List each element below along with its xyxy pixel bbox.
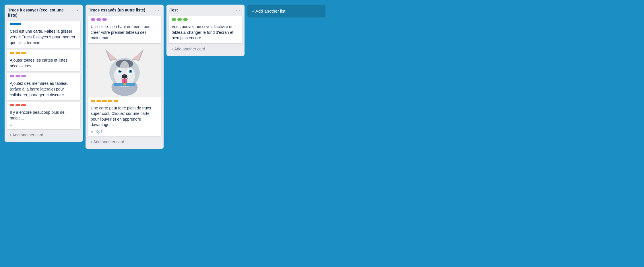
card-label: [21, 75, 26, 77]
svg-point-12: [119, 70, 121, 72]
description-icon: ≡: [91, 129, 93, 134]
add-list-button[interactable]: + Add another list: [251, 7, 322, 15]
list-list1: Trucs à essayer (ceci est une liste)···C…: [5, 5, 83, 142]
card-label: [21, 52, 26, 54]
card-footer: ≡📎1: [91, 129, 158, 134]
card-label: [114, 100, 118, 102]
card-label: [183, 18, 188, 21]
card-label: [21, 104, 26, 106]
svg-point-17: [123, 75, 125, 76]
card-text: Ceci est une carte. Faites la glisser ve…: [10, 29, 77, 46]
svg-point-14: [120, 70, 121, 71]
card[interactable]: Vous pouvez aussi voir l'activité du tab…: [169, 16, 242, 43]
attachment-count: 📎1: [95, 129, 103, 134]
card-label: [102, 18, 107, 21]
list-title: Test: [170, 7, 235, 13]
card-labels: [91, 18, 158, 22]
card-text: Utilisez le + en haut du menu pour créer…: [91, 24, 158, 41]
list-header: Test···: [169, 7, 242, 14]
card-text: Une carte peut faire plein de trucs supe…: [91, 105, 158, 128]
list-list2: Trucs essayés (un autre liste)···Utilise…: [86, 5, 164, 149]
card-label: [96, 100, 101, 102]
card[interactable]: Utilisez le + en haut du menu pour créer…: [88, 16, 161, 43]
card-footer: ≡: [10, 123, 77, 127]
card-label: [10, 104, 14, 106]
card-image: [88, 45, 161, 97]
attachment-number: 1: [101, 130, 103, 134]
list-header: Trucs essayés (un autre liste)···: [88, 7, 161, 14]
card-text: Il y a encore beaucoup plus de magie...: [10, 110, 77, 121]
card-label: [15, 75, 20, 77]
description-icon: ≡: [10, 123, 12, 127]
add-list-column[interactable]: + Add another list: [247, 5, 325, 17]
card-labels: [10, 75, 77, 79]
list-title: Trucs essayés (un autre liste): [89, 7, 154, 13]
add-card-button[interactable]: + Add another card: [169, 45, 242, 53]
svg-point-23: [120, 61, 129, 73]
card-label: [10, 23, 21, 25]
svg-point-16: [122, 74, 127, 78]
card-label: [91, 18, 95, 21]
card-labels: [10, 23, 77, 27]
add-card-button[interactable]: + Add another card: [7, 131, 80, 139]
card-label: [177, 18, 182, 21]
card-label: [108, 100, 112, 102]
board: Trucs à essayer (ceci est une liste)···C…: [2, 2, 642, 151]
list-title: Trucs à essayer (ceci est une liste): [8, 7, 73, 18]
list-menu-button[interactable]: ···: [235, 7, 241, 13]
card-labels: [91, 100, 158, 104]
card-labels: [10, 104, 77, 108]
svg-point-13: [130, 70, 131, 72]
card-label: [10, 52, 14, 54]
card[interactable]: Ajouter toutes les cartes et listes néce…: [7, 50, 80, 71]
card[interactable]: Ceci est une carte. Faites la glisser ve…: [7, 21, 80, 48]
card-label: [15, 104, 20, 106]
card-text: Vous pouvez aussi voir l'activité du tab…: [172, 24, 239, 41]
add-card-button[interactable]: + Add another card: [88, 138, 161, 146]
card[interactable]: Il y a encore beaucoup plus de magie...≡: [7, 102, 80, 129]
list-menu-button[interactable]: ···: [73, 7, 79, 13]
card-label: [10, 75, 14, 77]
card-text: Ajouter toutes les cartes et listes néce…: [10, 58, 77, 69]
svg-point-15: [131, 70, 131, 71]
attachment-icon: 📎: [95, 129, 100, 134]
card-text: Ajoutez des membres au tableau (grâce à …: [10, 81, 77, 98]
list-list3: Test···Vous pouvez aussi voir l'activité…: [166, 5, 245, 56]
card-label: [96, 18, 101, 21]
list-menu-button[interactable]: ···: [154, 7, 160, 13]
card-label: [172, 18, 176, 21]
card[interactable]: Une carte peut faire plein de trucs supe…: [88, 45, 161, 136]
card-labels: [10, 52, 77, 56]
card-label: [91, 100, 95, 102]
card-label: [102, 100, 107, 102]
list-header: Trucs à essayer (ceci est une liste)···: [7, 7, 80, 19]
card-label: [15, 52, 20, 54]
svg-point-21: [123, 83, 126, 85]
card[interactable]: Ajoutez des membres au tableau (grâce à …: [7, 73, 80, 100]
card-labels: [172, 18, 239, 22]
